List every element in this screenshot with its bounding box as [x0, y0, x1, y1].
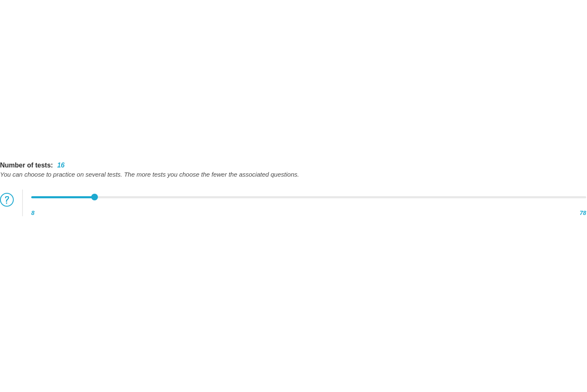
slider-thumb[interactable]: [91, 194, 98, 200]
slider-labels: 8 78: [31, 210, 586, 216]
slider-title-label: Number of tests:: [0, 162, 53, 169]
slider-fill: [31, 196, 95, 198]
slider-max-label: 78: [580, 210, 586, 216]
slider-description: You can choose to practice on several te…: [0, 171, 587, 178]
slider-row: 8 78: [0, 190, 587, 216]
title-row: Number of tests: 16: [0, 162, 587, 169]
question-mark-icon: [5, 196, 10, 204]
slider-container: 8 78: [31, 190, 587, 216]
help-icon-wrapper: [0, 190, 14, 207]
svg-point-0: [6, 202, 7, 204]
slider-current-value: 16: [57, 162, 65, 169]
slider-section-wrapper: Number of tests: 16 You can choose to pr…: [0, 162, 587, 216]
help-icon[interactable]: [0, 193, 14, 207]
slider-track: [31, 196, 586, 198]
slider-divider: [22, 190, 23, 216]
slider-min-label: 8: [31, 210, 35, 216]
number-of-tests-slider[interactable]: [31, 194, 586, 200]
